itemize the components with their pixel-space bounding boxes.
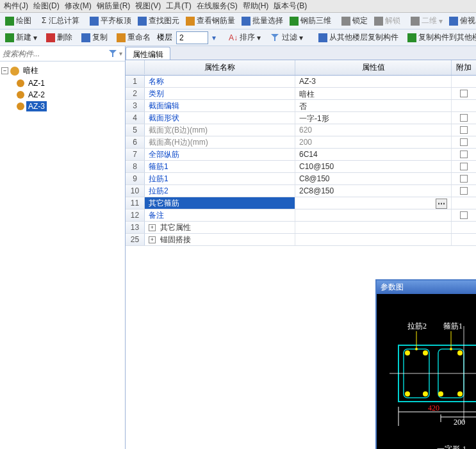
checkbox[interactable] — [460, 163, 468, 170]
copyfrom-button[interactable]: 从其他楼层复制构件 — [316, 31, 401, 44]
floor-select[interactable] — [176, 31, 208, 44]
extra-cell — [452, 136, 476, 148]
rebar-button[interactable]: 查看钢筋量 — [183, 14, 238, 28]
property-row[interactable]: 10拉筋22C8@150 — [126, 185, 476, 197]
search-input[interactable] — [3, 49, 108, 58]
property-value[interactable] — [295, 234, 452, 245]
checkbox[interactable] — [460, 126, 468, 134]
property-row[interactable]: 3截面编辑否 — [126, 100, 476, 112]
property-value[interactable]: 否 — [295, 100, 452, 111]
checkbox[interactable] — [460, 175, 468, 183]
property-value[interactable]: C8@150 — [295, 173, 452, 184]
property-row[interactable]: 8箍筋1C10@150 — [126, 161, 476, 173]
menu-item[interactable]: 在线服务(S) — [195, 1, 239, 12]
property-row[interactable]: 1名称AZ-3 — [126, 76, 476, 88]
property-value[interactable]: 620 — [295, 124, 452, 136]
expand-icon[interactable]: + — [149, 224, 156, 231]
row-number: 2 — [126, 88, 145, 99]
property-value[interactable]: 一字-1形 — [295, 112, 452, 124]
menu-item[interactable]: 钢筋量(R) — [95, 1, 132, 12]
property-row[interactable]: 25+锚固搭接 — [126, 234, 476, 246]
checkbox[interactable] — [460, 211, 468, 219]
extra-cell — [452, 100, 476, 111]
property-row[interactable]: 11其它箍筋⋯ — [126, 197, 476, 209]
tree-item[interactable]: AZ-2 — [17, 89, 124, 101]
property-row[interactable]: 5截面宽(B边)(mm)620 — [126, 124, 476, 136]
property-row[interactable]: 9拉筋1C8@150 — [126, 173, 476, 185]
tree-item[interactable]: AZ-1 — [17, 78, 124, 89]
new-button[interactable]: 新建 ▾ — [3, 31, 40, 44]
rename-button[interactable]: 重命名 — [114, 31, 153, 44]
filter-button[interactable]: 过滤 ▾ — [267, 31, 306, 44]
header-extra: 附加 — [452, 60, 476, 75]
property-value[interactable]: AZ-3 — [295, 76, 452, 87]
property-value[interactable]: 2C8@150 — [295, 185, 452, 197]
rebar3d-button[interactable]: 钢筋三维 — [287, 14, 334, 28]
sum-button[interactable]: Σ 汇总计算 — [39, 14, 82, 28]
menu-item[interactable]: 工具(T) — [165, 1, 192, 12]
svg-point-11 — [457, 350, 463, 355]
grid-header: 属性名称 属性值 附加 — [126, 60, 476, 76]
property-row[interactable]: 6截面高(H边)(mm)200 — [126, 136, 476, 149]
property-value[interactable] — [295, 209, 452, 221]
dropdown-icon[interactable]: ▾ — [212, 33, 216, 42]
checkbox[interactable] — [460, 138, 468, 146]
property-value[interactable] — [295, 222, 452, 233]
menu-item[interactable]: 版本号(B) — [272, 1, 308, 12]
checkbox[interactable] — [460, 114, 468, 122]
sort-button[interactable]: A↓排序 ▾ — [226, 31, 263, 44]
dropdown-icon[interactable]: ▾ — [119, 50, 122, 57]
batch-button[interactable]: 批量选择 — [239, 14, 286, 28]
twod-button[interactable]: 二维 ▾ — [408, 14, 445, 28]
checkbox[interactable] — [460, 90, 468, 97]
unlock-button[interactable]: 解锁 — [372, 14, 403, 28]
tree-root[interactable]: − 暗柱 — [1, 64, 124, 78]
menu-item[interactable]: 视图(V) — [134, 1, 162, 12]
expand-icon[interactable]: + — [149, 236, 156, 243]
menu-item[interactable]: 修改(M) — [63, 1, 93, 12]
row-number: 8 — [126, 161, 145, 172]
property-name: 全部纵筋 — [145, 149, 295, 160]
header-rownum — [126, 60, 145, 74]
checkbox[interactable] — [460, 151, 468, 158]
property-value[interactable]: 6C14 — [295, 149, 452, 160]
tab-properties[interactable]: 属性编辑 — [126, 47, 170, 60]
property-row[interactable]: 7全部纵筋6C14 — [126, 149, 476, 161]
tree-item[interactable]: AZ-3 — [17, 101, 124, 112]
tree-item-label: AZ-2 — [26, 90, 47, 100]
menu-item[interactable]: 绘图(D) — [32, 1, 61, 12]
menu-item[interactable]: 构件(J) — [3, 1, 29, 12]
copy-button[interactable]: 复制 — [79, 31, 110, 44]
topview-icon — [449, 17, 458, 26]
pencil-icon — [5, 17, 14, 26]
draw-button[interactable]: 绘图 — [3, 14, 34, 28]
property-name: 截面高(H边)(mm) — [145, 136, 295, 148]
extra-cell — [452, 76, 476, 87]
property-row[interactable]: 12备注 — [126, 209, 476, 222]
find-button[interactable]: 查找图元 — [135, 14, 182, 28]
property-value[interactable]: 200 — [295, 136, 452, 148]
property-value[interactable]: ⋯ — [295, 197, 452, 209]
diagram-popup[interactable]: 参数图 — [375, 279, 476, 449]
row-number: 4 — [126, 112, 145, 124]
extra-cell — [452, 197, 476, 209]
copyto-button[interactable]: 复制构件到其他楼层 — [405, 31, 476, 44]
flat-icon — [90, 17, 99, 26]
flat-button[interactable]: 平齐板顶 — [87, 14, 134, 28]
checkbox[interactable] — [460, 187, 468, 195]
property-row[interactable]: 2类别暗柱 — [126, 88, 476, 100]
delete-button[interactable]: 删除 — [44, 31, 75, 44]
row-number: 6 — [126, 136, 145, 148]
topview-button[interactable]: 俯视 — [447, 14, 476, 28]
funnel-icon[interactable] — [108, 49, 118, 59]
menu-item[interactable]: 帮助(H) — [242, 1, 270, 12]
lock-button[interactable]: 锁定 — [339, 14, 370, 28]
property-value[interactable]: C10@150 — [295, 161, 452, 172]
property-row[interactable]: 13+其它属性 — [126, 222, 476, 234]
export-icon — [407, 33, 416, 42]
collapse-icon[interactable]: − — [1, 67, 8, 74]
property-row[interactable]: 4截面形状一字-1形 — [126, 112, 476, 124]
ellipsis-button[interactable]: ⋯ — [436, 199, 447, 209]
left-panel: ▾ − 暗柱 AZ-1AZ-2AZ-3 — [0, 46, 126, 449]
property-value[interactable]: 暗柱 — [295, 88, 452, 99]
